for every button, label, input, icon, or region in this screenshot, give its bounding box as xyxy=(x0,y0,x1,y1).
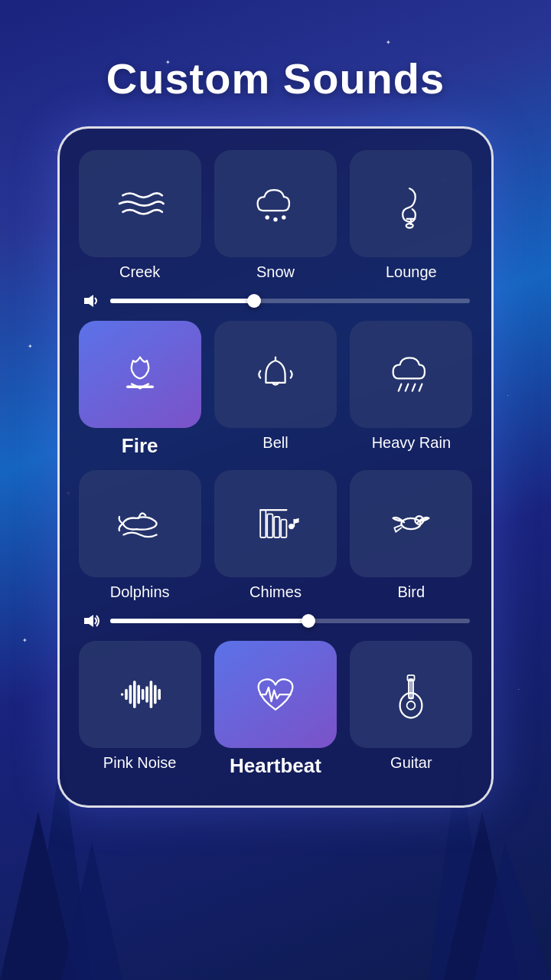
sound-label-snow: Snow xyxy=(256,263,295,281)
svg-rect-22 xyxy=(267,514,272,537)
sound-item-heavy-rain[interactable]: Heavy Rain xyxy=(350,321,473,458)
heartbeat-icon xyxy=(248,667,303,722)
sound-row-2: Fire Bell xyxy=(78,321,473,458)
svg-line-18 xyxy=(406,384,409,391)
sound-item-heartbeat[interactable]: Heartbeat xyxy=(214,641,337,778)
sound-item-snow[interactable]: Snow xyxy=(214,150,337,281)
fire-volume-slider-row xyxy=(78,286,473,316)
sound-label-heartbeat: Heartbeat xyxy=(230,754,321,778)
svg-point-8 xyxy=(282,215,285,219)
sound-icon-fire xyxy=(79,321,201,428)
sound-icon-heartbeat xyxy=(214,641,337,748)
sound-item-lounge[interactable]: Lounge xyxy=(350,150,473,281)
svg-point-11 xyxy=(406,224,413,227)
sound-item-bell[interactable]: Bell xyxy=(214,321,337,458)
sound-icon-pink-noise xyxy=(79,641,201,748)
sound-icon-creek xyxy=(79,150,201,257)
chimes-slider-track[interactable] xyxy=(110,619,470,623)
heavy-rain-icon xyxy=(383,347,439,402)
guitar-icon xyxy=(383,667,439,722)
sound-label-chimes: Chimes xyxy=(249,583,302,601)
bell-icon xyxy=(248,347,303,402)
page-title: Custom Sounds xyxy=(0,0,551,126)
sound-row-3: Dolphins Chimes xyxy=(78,470,473,601)
sound-item-guitar[interactable]: Guitar xyxy=(350,641,473,778)
sound-label-bell: Bell xyxy=(262,434,288,452)
sound-label-heavy-rain: Heavy Rain xyxy=(372,434,451,452)
sound-item-dolphins[interactable]: Dolphins xyxy=(78,470,201,601)
volume-icon-1 xyxy=(81,290,103,312)
lounge-icon xyxy=(383,176,439,231)
bird-icon xyxy=(383,496,439,551)
sound-item-fire[interactable]: Fire xyxy=(78,321,201,458)
sound-icon-heavy-rain xyxy=(350,321,472,428)
pink-noise-icon xyxy=(112,667,168,722)
svg-line-20 xyxy=(419,384,422,391)
sound-row-4: Pink Noise Heartbeat xyxy=(78,641,473,778)
sound-label-guitar: Guitar xyxy=(390,754,432,772)
svg-rect-24 xyxy=(281,520,286,537)
svg-rect-23 xyxy=(274,517,279,537)
creek-icon xyxy=(112,176,168,231)
sound-icon-bird xyxy=(350,470,472,577)
volume-icon-2 xyxy=(81,610,103,632)
chimes-volume-slider-row xyxy=(78,606,473,636)
sound-icon-lounge xyxy=(350,150,472,257)
snow-icon xyxy=(248,176,303,231)
dolphins-icon xyxy=(112,496,168,551)
sound-label-dolphins: Dolphins xyxy=(110,583,170,601)
svg-marker-30 xyxy=(84,615,93,627)
svg-point-7 xyxy=(273,217,277,221)
svg-point-43 xyxy=(407,701,416,710)
sound-item-bird[interactable]: Bird xyxy=(350,470,473,601)
chimes-icon xyxy=(248,496,303,551)
sound-icon-dolphins xyxy=(79,470,201,577)
fire-slider-track[interactable] xyxy=(110,299,470,303)
sound-icon-chimes xyxy=(214,470,337,577)
sound-icon-bell xyxy=(214,321,337,428)
svg-rect-21 xyxy=(260,510,266,537)
sound-icon-guitar xyxy=(350,641,472,748)
sound-label-creek: Creek xyxy=(119,263,160,281)
sound-grid-card: Creek Snow xyxy=(57,126,494,808)
sound-label-bird: Bird xyxy=(398,583,425,601)
svg-point-6 xyxy=(265,215,269,219)
sound-icon-snow xyxy=(214,150,337,257)
sound-label-pink-noise: Pink Noise xyxy=(103,754,177,772)
fire-icon xyxy=(112,347,168,402)
sound-item-chimes[interactable]: Chimes xyxy=(214,470,337,601)
sound-row-1: Creek Snow xyxy=(78,150,473,281)
svg-marker-12 xyxy=(84,295,93,307)
sound-item-pink-noise[interactable]: Pink Noise xyxy=(78,641,201,778)
svg-line-19 xyxy=(412,384,416,391)
svg-line-17 xyxy=(399,384,402,391)
sound-label-fire: Fire xyxy=(122,434,158,458)
sound-item-creek[interactable]: Creek xyxy=(78,150,201,281)
svg-point-26 xyxy=(289,524,294,529)
sound-label-lounge: Lounge xyxy=(386,263,437,281)
